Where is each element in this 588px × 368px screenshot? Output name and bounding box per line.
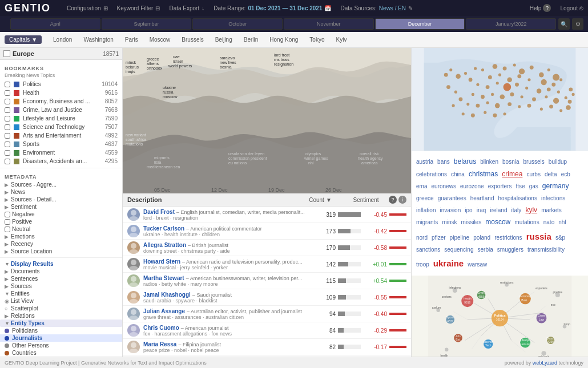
tag-word[interactable]: restrictions (494, 234, 522, 241)
tag-word[interactable]: missiles (461, 219, 482, 225)
relations-item[interactable]: ▶ Relations (0, 312, 122, 320)
tag-word[interactable]: italy (512, 207, 522, 213)
settings-timeline-btn[interactable]: ⚙ (572, 18, 583, 30)
region-selector[interactable]: Europe 18571 (0, 48, 122, 60)
tag-word[interactable]: ema (416, 183, 427, 189)
tag-word[interactable]: markets (541, 207, 562, 213)
journalist-name[interactable]: Allegra Stratton (143, 242, 186, 248)
tag-word[interactable]: transmissibility (527, 246, 565, 253)
data-export-btn[interactable]: Data Export ↓ (169, 5, 204, 11)
tag-word[interactable]: euronews (432, 183, 456, 189)
info-icon[interactable]: i (398, 196, 406, 204)
list-view-item[interactable]: ◉ List View (0, 297, 122, 305)
keyword-filter-btn[interactable]: Keyword Filter ⊟ (117, 5, 160, 11)
bookmark-checkbox[interactable] (5, 133, 10, 139)
scatterplot-item[interactable]: ○ Scatterplot (0, 305, 122, 312)
tag-word[interactable]: belarus (454, 157, 476, 165)
tag-word[interactable]: germany (542, 182, 569, 190)
tag-word[interactable]: greece (416, 195, 434, 201)
tag-word[interactable]: migrants (416, 219, 438, 225)
entity-types-item[interactable]: ▼ Entity Types (0, 320, 122, 327)
city-beijing[interactable]: Beijing (215, 37, 232, 43)
bookmark-checkbox[interactable] (5, 116, 10, 122)
tag-word[interactable]: christmas (469, 170, 498, 178)
source-location-item[interactable]: ▶ Source Location (0, 248, 122, 255)
search-timeline-btn[interactable]: 🔍 (558, 18, 570, 30)
tag-word[interactable]: troop (416, 261, 429, 268)
bookmark-checkbox[interactable] (5, 90, 10, 96)
journalist-row[interactable]: Julian Assange – Australian editor, acti… (123, 306, 411, 322)
sentences-item[interactable]: ▶ Sentences (0, 275, 122, 282)
sources-aggre-item[interactable]: ▶ Sources - Aggre... (0, 181, 122, 188)
tag-word[interactable]: ftse (515, 183, 525, 189)
calendar-icon[interactable]: 📅 (324, 5, 331, 11)
tag-word[interactable]: bosnia (502, 159, 519, 165)
journalists-item[interactable]: Journalists (0, 334, 122, 342)
city-london[interactable]: London (53, 37, 72, 43)
city-brussels[interactable]: Brussels (182, 37, 203, 43)
tag-word[interactable]: gas (529, 183, 538, 189)
journalist-name[interactable]: Jamal Khashoggi (143, 292, 191, 298)
journalist-row[interactable]: Allegra Stratton – British journalist do… (123, 240, 411, 256)
bookmark-item[interactable]: Sports 4637 (0, 140, 122, 148)
footer-link[interactable]: webLyzard (533, 360, 557, 366)
sources-item[interactable]: ▶ Sources (0, 282, 122, 290)
bookmark-item[interactable]: Lifestyle and Leisure 7590 (0, 114, 122, 123)
tag-word[interactable]: austria (416, 159, 433, 165)
tag-word[interactable]: celebrations (416, 171, 447, 177)
tag-word[interactable]: iraq (477, 207, 486, 213)
tag-word[interactable]: infections (541, 195, 565, 201)
tag-word[interactable]: ipo (465, 207, 472, 213)
journalist-row[interactable]: David Frost – English journalist, comedi… (123, 207, 411, 223)
bookmark-checkbox[interactable] (5, 82, 10, 87)
journalist-row[interactable]: Tucker Carlson – American political comm… (123, 223, 411, 240)
month-january2022[interactable]: January/2022 (466, 18, 556, 30)
count-column-header[interactable]: Count ▼ (297, 197, 343, 203)
city-washington[interactable]: Washington (83, 37, 113, 43)
bookmark-item[interactable]: Economy, Business and ... 8052 (0, 97, 122, 106)
tag-word[interactable]: bans (437, 159, 450, 165)
city-kyiv[interactable]: Kyiv (336, 37, 347, 43)
bookmark-checkbox[interactable] (5, 107, 10, 113)
journalist-row[interactable]: Chris Cuomo – American journalist fox · … (123, 322, 411, 339)
month-april[interactable]: April (10, 18, 100, 30)
negative-item[interactable]: Negative (0, 211, 122, 218)
tag-word[interactable]: eurozone (460, 183, 484, 189)
tag-word[interactable]: pipeline (450, 234, 469, 241)
tag-word[interactable]: invasion (440, 207, 461, 213)
journalist-name[interactable]: Maria Ressa (143, 341, 176, 347)
city-tokyo[interactable]: Tokyo (309, 37, 324, 43)
journalist-name[interactable]: David Frost (143, 209, 175, 215)
config-btn[interactable]: Configuration ⊞ (67, 5, 107, 11)
tag-word[interactable]: exporters (488, 183, 512, 189)
bookmark-item[interactable]: Environment 4559 (0, 148, 122, 157)
tag-word[interactable]: delta (545, 171, 557, 177)
display-results-header[interactable]: ▼ Display Results (0, 260, 122, 268)
tag-word[interactable]: china (451, 171, 465, 177)
tag-word[interactable]: ecb (561, 171, 570, 177)
emotions-item[interactable]: ▶ Emotions (0, 233, 122, 240)
city-paris[interactable]: Paris (125, 37, 138, 43)
bookmark-checkbox[interactable] (5, 124, 10, 130)
bookmark-checkbox[interactable] (5, 150, 10, 156)
entities-item[interactable]: ▼ Entities (0, 290, 122, 297)
tag-word[interactable]: warsaw (468, 261, 487, 268)
bookmark-checkbox[interactable] (5, 99, 10, 104)
tag-word[interactable]: inflation (416, 207, 436, 213)
bookmark-item[interactable]: Crime, Law and Justice 7668 (0, 106, 122, 114)
data-sources-icon[interactable]: ✎ (408, 5, 413, 11)
month-november[interactable]: November (284, 18, 374, 30)
tag-word[interactable]: curbs (526, 171, 540, 177)
month-december[interactable]: December (375, 18, 465, 30)
month-september[interactable]: September (102, 18, 192, 30)
tag-word[interactable]: kyiv (525, 206, 537, 214)
news-item[interactable]: ▶ News (0, 188, 122, 196)
tag-word[interactable]: crimea (502, 170, 522, 178)
tag-word[interactable]: ukraine (433, 258, 464, 268)
tag-word[interactable]: nord (416, 234, 428, 241)
tag-word[interactable]: heartland (470, 195, 494, 201)
capitals-dropdown[interactable]: Capitals ▼ (5, 35, 42, 44)
city-hongkong[interactable]: Hong Kong (269, 37, 298, 43)
tag-word[interactable]: guarantees (438, 195, 466, 201)
tag-word[interactable]: smugglers (497, 246, 523, 253)
